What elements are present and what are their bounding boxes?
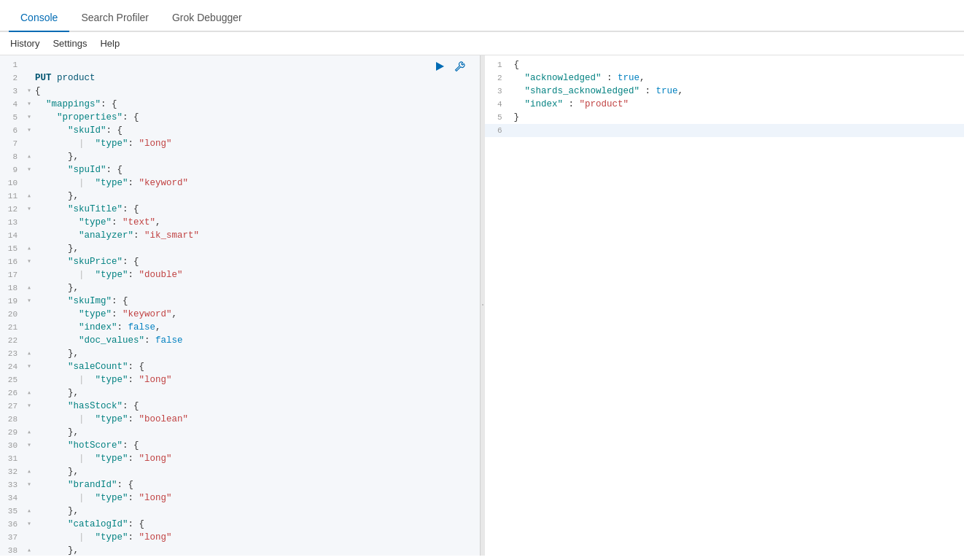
table-row: 32▴ }, <box>0 465 480 478</box>
line-gutter[interactable]: ▾ <box>23 400 35 413</box>
table-row: 21 "index": false, <box>0 321 480 334</box>
line-gutter[interactable]: ▴ <box>23 544 35 556</box>
line-number: 28 <box>0 413 23 426</box>
line-content: }, <box>35 150 480 163</box>
table-row: 11▴ }, <box>0 190 480 203</box>
line-content: "hasStock": { <box>35 400 480 413</box>
line-gutter[interactable]: ▴ <box>23 281 35 295</box>
right-panel: 1{2 "acknowledged" : true,3 "shards_ackn… <box>485 55 965 556</box>
table-row: 22 "doc_values": false <box>0 334 480 347</box>
line-number: 27 <box>0 400 23 413</box>
table-row: 1{ <box>485 58 965 71</box>
table-row: 3▾{ <box>0 85 480 98</box>
table-row: 28 | "type": "boolean" <box>0 413 480 426</box>
line-content: | "type": "boolean" <box>35 413 480 426</box>
line-number: 6 <box>0 124 23 137</box>
table-row: 33▾ "brandId": { <box>0 478 480 491</box>
line-gutter[interactable]: ▾ <box>23 478 35 491</box>
line-gutter[interactable]: ▾ <box>23 85 35 98</box>
line-number: 17 <box>0 268 23 281</box>
line-content: "properties": { <box>35 111 480 124</box>
line-number: 2 <box>0 71 23 85</box>
table-row: 38▴ }, <box>0 544 480 556</box>
run-icon[interactable] <box>432 58 448 74</box>
table-row: 35▴ }, <box>0 505 480 518</box>
table-row: 29▴ }, <box>0 426 480 439</box>
line-gutter[interactable]: ▴ <box>23 426 35 439</box>
line-gutter[interactable]: ▾ <box>23 295 35 308</box>
table-row: 18▴ }, <box>0 281 480 295</box>
line-number: 33 <box>0 478 23 491</box>
table-row: 16▾ "skuPrice": { <box>0 255 480 268</box>
line-content: }, <box>35 190 480 203</box>
line-content: "skuImg": { <box>35 295 480 308</box>
line-content: "shards_acknowledged" : true, <box>514 85 965 98</box>
table-row: 2PUT product <box>0 71 480 85</box>
line-content: { <box>514 58 965 71</box>
line-content: }, <box>35 386 480 400</box>
line-gutter[interactable]: ▾ <box>23 439 35 452</box>
line-number: 21 <box>0 321 23 334</box>
line-content: "catalogId": { <box>35 518 480 531</box>
tab-console[interactable]: Console <box>9 4 69 32</box>
line-number: 2 <box>485 71 508 85</box>
secondary-nav: History Settings Help <box>0 32 964 55</box>
main-content: 12PUT product3▾{4▾ "mappings": {5▾ "prop… <box>0 55 964 556</box>
table-row: 4▾ "mappings": { <box>0 98 480 111</box>
line-number: 10 <box>0 176 23 190</box>
line-gutter[interactable]: ▾ <box>23 111 35 124</box>
nav-settings[interactable]: Settings <box>53 38 87 49</box>
line-gutter[interactable]: ▴ <box>23 465 35 478</box>
line-gutter[interactable]: ▴ <box>23 150 35 163</box>
nav-history[interactable]: History <box>10 38 39 49</box>
line-gutter[interactable]: ▴ <box>23 242 35 255</box>
table-row: 36▾ "catalogId": { <box>0 518 480 531</box>
line-gutter[interactable]: ▴ <box>23 505 35 518</box>
line-gutter[interactable]: ▴ <box>23 386 35 400</box>
line-content: | "type": "long" <box>35 491 480 505</box>
line-gutter[interactable]: ▾ <box>23 203 35 216</box>
line-number: 3 <box>0 85 23 98</box>
table-row: 3 "shards_acknowledged" : true, <box>485 85 965 98</box>
line-gutter[interactable]: ▾ <box>23 98 35 111</box>
line-gutter[interactable]: ▾ <box>23 255 35 268</box>
line-number: 30 <box>0 439 23 452</box>
line-number: 8 <box>0 150 23 163</box>
line-number: 22 <box>0 334 23 347</box>
table-row: 4 "index" : "product" <box>485 98 965 111</box>
line-content: "type": "keyword", <box>35 308 480 321</box>
line-gutter[interactable]: ▴ <box>23 190 35 203</box>
line-content: "analyzer": "ik_smart" <box>35 229 480 242</box>
table-row: 15▴ }, <box>0 242 480 255</box>
table-row: 9▾ "spuId": { <box>0 163 480 176</box>
line-gutter[interactable]: ▾ <box>23 124 35 137</box>
line-content: PUT product <box>35 71 480 85</box>
line-number: 19 <box>0 295 23 308</box>
line-gutter[interactable]: ▾ <box>23 518 35 531</box>
line-number: 25 <box>0 373 23 386</box>
tab-grok-debugger[interactable]: Grok Debugger <box>160 4 254 32</box>
line-number: 37 <box>0 531 23 544</box>
table-row: 27▾ "hasStock": { <box>0 400 480 413</box>
line-gutter[interactable]: ▾ <box>23 163 35 176</box>
line-number: 4 <box>0 98 23 111</box>
table-row: 30▾ "hotScore": { <box>0 439 480 452</box>
line-number: 36 <box>0 518 23 531</box>
line-number: 6 <box>485 124 508 137</box>
line-gutter[interactable]: ▾ <box>23 360 35 373</box>
nav-help[interactable]: Help <box>100 38 120 49</box>
table-row: 5▾ "properties": { <box>0 111 480 124</box>
line-gutter[interactable]: ▴ <box>23 347 35 360</box>
code-editor[interactable]: 12PUT product3▾{4▾ "mappings": {5▾ "prop… <box>0 55 480 556</box>
line-content: }, <box>35 281 480 295</box>
svg-marker-0 <box>436 62 444 71</box>
line-content: "mappings": { <box>35 98 480 111</box>
line-number: 35 <box>0 505 23 518</box>
line-number: 7 <box>0 137 23 150</box>
line-content: "index" : "product" <box>514 98 965 111</box>
line-number: 5 <box>0 111 23 124</box>
line-content: { <box>35 85 480 98</box>
wrench-icon[interactable] <box>452 58 468 74</box>
table-row: 26▴ }, <box>0 386 480 400</box>
tab-search-profiler[interactable]: Search Profiler <box>69 4 160 32</box>
